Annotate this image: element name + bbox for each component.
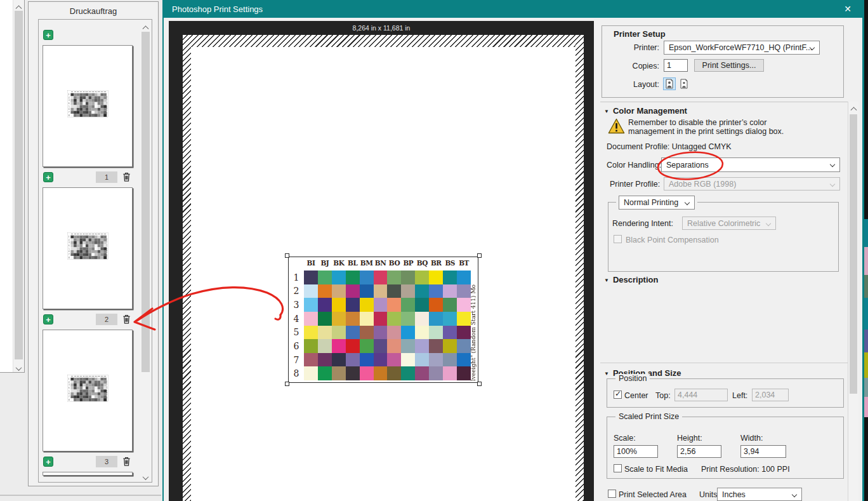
delete-page-button[interactable]: [121, 456, 132, 468]
scroll-down-icon[interactable]: [13, 362, 24, 372]
chart-color-cell: [360, 284, 374, 298]
scale-input[interactable]: [614, 445, 658, 458]
selection-handle[interactable]: [477, 253, 482, 258]
chart-column-label: BR: [429, 259, 443, 270]
print-selected-area-checkbox[interactable]: [608, 490, 616, 498]
add-page-button[interactable]: +: [43, 172, 53, 182]
chart-color-cell: [443, 312, 457, 326]
scale-to-fit-checkbox[interactable]: [614, 464, 622, 472]
page-number-badge: 1: [96, 171, 117, 183]
chart-column-label: BM: [360, 259, 374, 270]
center-checkbox[interactable]: ✓: [614, 391, 622, 399]
paper-preview: BIBJBKBLBMBNBOBPBQBRBSBT12345678lveeight…: [183, 35, 584, 501]
document-profile-label: Document Profile: Untagged CMYK: [607, 142, 732, 151]
chart-color-cell: [443, 271, 457, 284]
thumbnail-chart-preview: BIBJBKBLBMBNBOBPBQBRBSBT12345678lveeight…: [67, 90, 109, 118]
page-thumbnail[interactable]: BIBJBKBLBMBNBOBPBQBRBSBT12345678lveeight…: [43, 330, 133, 451]
color-management-header[interactable]: ▼Color Management: [604, 106, 687, 116]
scroll-up-icon[interactable]: [13, 0, 24, 10]
chevron-down-icon: [792, 492, 797, 497]
scroll-up-icon[interactable]: [848, 102, 858, 112]
page-thumbnail[interactable]: BIBJBKBLBMBNBOBPBQBRBSBT12345678lveeight…: [43, 45, 133, 167]
chart-color-cell: [318, 339, 332, 353]
chart-color-cell: [346, 271, 360, 284]
add-page-button[interactable]: +: [43, 457, 53, 467]
units-select[interactable]: Inches: [717, 488, 802, 501]
print-content-selection[interactable]: BIBJBKBLBMBNBOBPBQBRBSBT12345678lveeight…: [288, 257, 478, 383]
layout-landscape-icon[interactable]: [678, 77, 690, 90]
chart-color-cell: [346, 353, 360, 367]
units-value: Inches: [722, 490, 746, 499]
background-color-patch: [864, 219, 868, 247]
layout-portrait-icon[interactable]: [663, 77, 676, 90]
color-handling-select[interactable]: Separations: [661, 157, 840, 172]
chevron-down-icon: [830, 182, 835, 187]
chart-color-cell: [346, 284, 360, 298]
page-thumbnail[interactable]: BIBJBKBLBMBNBOBPBQBRBSBT12345678lveeight…: [43, 187, 133, 309]
delete-page-button[interactable]: [121, 314, 132, 326]
scroll-down-icon[interactable]: [140, 471, 151, 481]
printer-select[interactable]: Epson_WorkForceWF7710_HQ (PrintF...: [664, 41, 820, 55]
scrollbar-thumb[interactable]: [850, 114, 857, 394]
layout-label: Layout:: [607, 80, 659, 89]
close-icon[interactable]: ✕: [841, 3, 855, 15]
print-mode-value: Normal Printing: [624, 198, 678, 207]
print-mode-select[interactable]: Normal Printing: [619, 196, 695, 210]
chart-color-cell: [415, 271, 429, 284]
chart-color-cell: [346, 312, 360, 326]
scale-to-fit-label: Scale to Fit Media: [624, 465, 688, 474]
copies-input[interactable]: [664, 59, 688, 72]
chart-color-cell: [415, 326, 429, 340]
warning-text-line2: management in the print settings dialog …: [628, 127, 784, 136]
page-item-row: +2: [43, 313, 132, 326]
print-settings-button[interactable]: Print Settings...: [694, 59, 764, 72]
description-header[interactable]: ▼Description: [604, 275, 658, 284]
printer-select-value: Epson_WorkForceWF7710_HQ (PrintF...: [669, 43, 812, 52]
scrollbar-thumb[interactable]: [141, 32, 150, 372]
selection-handle[interactable]: [477, 382, 482, 386]
thumbnail-chart-preview: BIBJBKBLBMBNBOBPBQBRBSBT12345678lveeight…: [67, 375, 109, 403]
height-input[interactable]: [677, 445, 721, 458]
printer-setup-group: Printer Setup Printer: Epson_WorkForceWF…: [602, 25, 844, 98]
width-input[interactable]: [740, 445, 786, 458]
settings-scrollbar[interactable]: [848, 102, 858, 501]
chart-color-cell: [415, 298, 429, 312]
chart-column-label: BS: [443, 259, 457, 270]
chart-color-cell: [374, 353, 388, 367]
print-job-scrollbar[interactable]: [140, 20, 151, 481]
page-number-badge: 3: [96, 456, 117, 467]
chart-color-cell: [429, 326, 443, 340]
delete-page-button[interactable]: [121, 171, 132, 184]
background-window-scrollbar[interactable]: [13, 0, 24, 372]
chart-color-cell: [304, 366, 318, 380]
chart-row-label: 4: [289, 312, 304, 326]
chart-color-cell: [429, 366, 443, 380]
selection-handle[interactable]: [285, 253, 289, 258]
chart-color-cell: [457, 312, 471, 326]
background-color-patch: [864, 378, 868, 397]
page-thumbnail-partial[interactable]: [43, 472, 133, 476]
chart-color-cell: [401, 353, 415, 367]
chart-color-cell: [457, 298, 471, 312]
position-group-label: Position: [615, 374, 650, 383]
chart-color-cell: [387, 298, 401, 312]
chart-column-label: BL: [346, 259, 360, 270]
printer-profile-select: Adobe RGB (1998): [664, 177, 840, 190]
scrollbar-thumb[interactable]: [15, 11, 23, 359]
dialog-titlebar[interactable]: Photoshop Print Settings ✕: [164, 0, 862, 18]
chart-color-cell: [318, 298, 332, 312]
chart-color-cell: [332, 339, 346, 353]
collapse-triangle-icon: ▼: [604, 109, 609, 114]
chart-color-cell: [457, 353, 471, 367]
background-color-strip: [864, 0, 868, 501]
scroll-up-icon[interactable]: [140, 20, 151, 30]
chart-color-cell: [429, 353, 443, 367]
chart-color-cell: [304, 326, 318, 340]
selection-handle[interactable]: [285, 382, 289, 386]
chart-color-cell: [318, 284, 332, 298]
add-page-button[interactable]: +: [43, 30, 53, 40]
height-label: Height:: [677, 434, 702, 443]
chart-color-cell: [401, 271, 415, 284]
chart-color-cell: [304, 312, 318, 326]
add-page-button[interactable]: +: [43, 314, 53, 324]
